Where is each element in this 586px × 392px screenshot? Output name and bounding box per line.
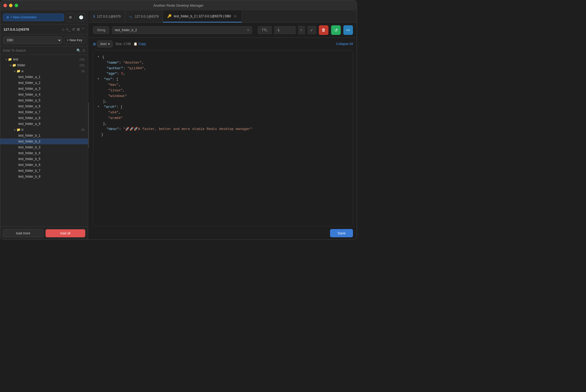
collapse-arrow[interactable]: ▾ bbox=[97, 55, 101, 59]
tab-terminal[interactable]: >_ 127.0.0.1@6379 bbox=[125, 10, 163, 22]
json-editor[interactable]: ▾ { "name": "Another", "author": "qii404… bbox=[93, 50, 353, 226]
tree-group-test[interactable]: ▾ 📁 test (36) bbox=[0, 56, 88, 62]
json-line: ▾ "arch": [ bbox=[97, 104, 348, 110]
ttl-clear-icon[interactable]: ✕ bbox=[298, 26, 305, 34]
traffic-lights bbox=[3, 4, 18, 7]
collapse-icon[interactable]: ⌃ bbox=[82, 27, 85, 31]
trash-icon: 🗑 bbox=[322, 28, 326, 32]
list-item[interactable]: test_folder_b_5 bbox=[0, 156, 88, 162]
search-icon[interactable]: 🔍 bbox=[76, 48, 81, 52]
tree-group-folder[interactable]: ▾ 📁 folder (36) bbox=[0, 62, 88, 68]
tab-label: 127.0.0.1@6379 bbox=[97, 15, 121, 18]
copy-button[interactable]: 📋 Copy bbox=[133, 42, 146, 46]
new-connection-label: + New Connection bbox=[10, 15, 36, 19]
list-item[interactable]: test_folder_a_4 bbox=[0, 92, 88, 97]
group-label: b bbox=[22, 128, 23, 132]
filter-icon[interactable]: ⊡ bbox=[82, 48, 85, 52]
grid-icon[interactable]: ⊞ bbox=[77, 27, 80, 31]
list-item[interactable]: test_folder_b_7 bbox=[0, 168, 88, 174]
close-button[interactable] bbox=[3, 4, 7, 7]
tab-key[interactable]: 🔑 test_folder_b_2 | 127.0.0.1@6379 | DB0… bbox=[163, 10, 242, 22]
size-info: Size: 174B bbox=[115, 42, 131, 46]
ttl-input[interactable] bbox=[274, 26, 295, 34]
tabs-bar: ℹ 127.0.0.1@6379 >_ 127.0.0.1@6379 🔑 tes… bbox=[89, 10, 357, 23]
group-count: (9) bbox=[81, 70, 85, 73]
clock-icon: 🕐 bbox=[79, 15, 83, 19]
maximize-button[interactable] bbox=[15, 4, 18, 7]
tab-info[interactable]: ℹ 127.0.0.1@6379 bbox=[89, 10, 125, 22]
list-item[interactable]: test_folder_a_1 bbox=[0, 74, 88, 80]
tab-close-icon[interactable]: ✕ bbox=[233, 14, 237, 19]
plus-icon: ⊕ bbox=[6, 15, 9, 19]
ttl-check-icon[interactable]: ✓ bbox=[307, 26, 316, 34]
json-line: "age": 5, bbox=[97, 71, 348, 77]
home-icon[interactable]: ⌂ bbox=[62, 27, 64, 31]
list-item[interactable]: test_folder_a_2 bbox=[0, 80, 88, 86]
resize-handle[interactable] bbox=[88, 10, 89, 240]
collapse-arrow[interactable]: ▾ bbox=[97, 104, 101, 109]
folder-icon: 📁 bbox=[17, 128, 21, 132]
arrow-icon: ▾ bbox=[6, 58, 7, 61]
load-more-button[interactable]: load more bbox=[3, 229, 43, 237]
list-item-selected[interactable]: test_folder_b_2 bbox=[0, 138, 88, 144]
folder-icon: 📁 bbox=[12, 63, 16, 67]
db-toolbar: DB0 DB1 DB2 + New Key bbox=[0, 34, 88, 46]
content-area: ℹ 127.0.0.1@6379 >_ 127.0.0.1@6379 🔑 tes… bbox=[89, 10, 357, 240]
gear-icon: ⚙ bbox=[69, 15, 72, 19]
list-item[interactable]: test_folder_b_3 bbox=[0, 144, 88, 150]
arrow-icon: ▾ bbox=[14, 128, 15, 131]
arrow-icon: ▾ bbox=[14, 70, 15, 73]
refresh-icon[interactable]: ↺ bbox=[72, 27, 75, 31]
json-line: "linux", bbox=[97, 88, 348, 93]
key-name-input[interactable] bbox=[112, 26, 252, 34]
list-item[interactable]: test_folder_a_7 bbox=[0, 109, 88, 115]
terminal-icon: >_ bbox=[129, 15, 133, 18]
list-item[interactable]: test_folder_b_4 bbox=[0, 150, 88, 156]
group-count: (36) bbox=[79, 58, 85, 61]
json-line: "mac", bbox=[97, 82, 348, 88]
list-item[interactable]: test_folder_b_8 bbox=[0, 174, 88, 179]
group-count: (36) bbox=[79, 64, 85, 67]
save-button[interactable]: Save bbox=[330, 229, 353, 237]
tree-group-b[interactable]: ▾ 📁 b (9) bbox=[0, 127, 88, 133]
group-label: a bbox=[22, 69, 23, 73]
tree-group-a[interactable]: ▾ 📁 a (9) bbox=[0, 68, 88, 74]
list-item[interactable]: test_folder_a_5 bbox=[0, 97, 88, 103]
key-toolbar: String ✕ TTL ✕ ✓ 🗑 ↺ </> bbox=[89, 23, 357, 38]
clock-button[interactable]: 🕐 bbox=[77, 13, 85, 22]
group-label: test bbox=[13, 58, 18, 61]
db-select[interactable]: DB0 DB1 DB2 bbox=[3, 36, 62, 44]
list-item[interactable]: test_folder_b_6 bbox=[0, 162, 88, 168]
settings-button[interactable]: ⚙ bbox=[66, 13, 75, 22]
format-select[interactable]: Json ▾ bbox=[97, 40, 113, 47]
collapse-all-button[interactable]: Collapse All bbox=[336, 42, 353, 46]
json-line: "windows" bbox=[97, 93, 348, 99]
list-item[interactable]: test_folder_a_6 bbox=[0, 103, 88, 109]
clear-key-icon[interactable]: ✕ bbox=[247, 28, 250, 32]
json-line: ], bbox=[97, 121, 348, 127]
new-connection-button[interactable]: ⊕ + New Connection bbox=[3, 14, 64, 21]
new-key-button[interactable]: + New Key bbox=[64, 37, 85, 44]
json-line: "x64", bbox=[97, 110, 348, 116]
minimize-button[interactable] bbox=[9, 4, 13, 7]
refresh-icon: ↺ bbox=[334, 28, 338, 33]
terminal-icon[interactable]: >_ bbox=[66, 27, 70, 31]
list-item[interactable]: test_folder_a_8 bbox=[0, 115, 88, 121]
json-line: ▾ { bbox=[97, 55, 348, 60]
collapse-arrow[interactable]: ▾ bbox=[97, 77, 101, 81]
load-all-button[interactable]: load all bbox=[46, 229, 86, 237]
delete-button[interactable]: 🗑 bbox=[319, 25, 328, 35]
json-line: ▾ "os": [ bbox=[97, 77, 348, 82]
code-button[interactable]: </> bbox=[343, 25, 353, 35]
sidebar-footer: load more load all bbox=[0, 226, 88, 240]
tab-label: 127.0.0.1@6379 bbox=[135, 15, 158, 18]
json-line: ], bbox=[97, 99, 348, 104]
list-item[interactable]: test_folder_a_3 bbox=[0, 86, 88, 92]
list-item[interactable]: test_folder_a_9 bbox=[0, 121, 88, 127]
refresh-button[interactable]: ↺ bbox=[331, 25, 341, 35]
connection-name: 127.0.0.1@6379 bbox=[3, 27, 29, 31]
list-item[interactable]: test_folder_b_1 bbox=[0, 133, 88, 138]
json-line: } bbox=[97, 132, 348, 138]
search-input[interactable] bbox=[3, 49, 75, 52]
connection-icons: ⌂ >_ ↺ ⊞ ⌃ bbox=[62, 27, 85, 31]
